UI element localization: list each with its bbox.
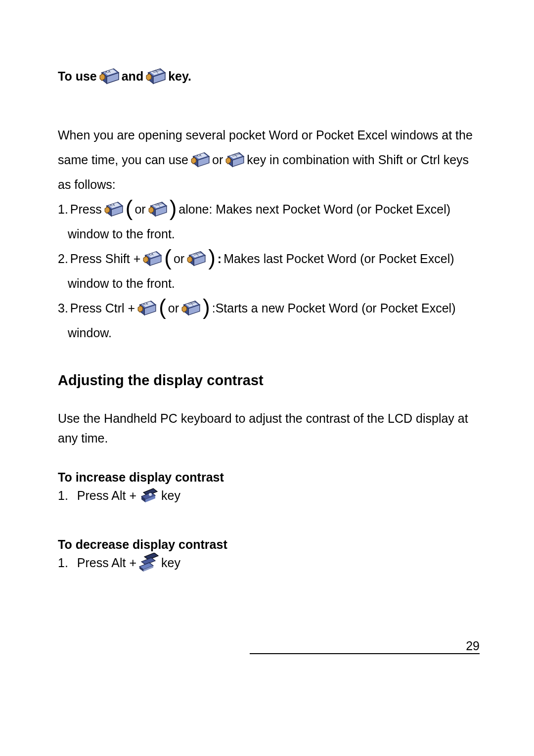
intro-line2b: or xyxy=(212,147,223,172)
page-number: 29 xyxy=(59,639,480,653)
item3-post: :Starts a new Pocket Word (or Pocket Exc… xyxy=(212,296,456,320)
heading-mid: and xyxy=(122,67,143,86)
item2-or: or xyxy=(174,246,184,271)
heading-use-keys: To use and key. xyxy=(58,67,480,86)
item1-pre: Press xyxy=(70,197,102,222)
paren-close: ) xyxy=(203,299,210,315)
intro-line2: same time, you can use or key in combina… xyxy=(58,147,480,172)
item2-num: 2. xyxy=(58,246,68,271)
increase-post: key xyxy=(161,486,180,505)
item1-num: 1. xyxy=(58,197,68,222)
contrast-heading: Adjusting the display contrast xyxy=(58,372,480,389)
excel-key-icon xyxy=(186,251,206,267)
paren-open: ( xyxy=(126,200,133,216)
item2-post: Makes last Pocket Word (or Pocket Excel) xyxy=(223,246,454,271)
decrease-step: 1. Press Alt + key xyxy=(72,553,480,573)
list-item-1: 1. Press ( or ) alone: Makes next Pocket… xyxy=(58,197,480,246)
decrease-title: To decrease display contrast xyxy=(58,537,480,552)
word-key-icon xyxy=(142,251,162,267)
paren-open: ( xyxy=(159,299,166,315)
word-key-icon xyxy=(99,68,120,85)
intro-line3: as follows: xyxy=(58,172,480,197)
page-footer: 29 xyxy=(59,653,480,657)
item3-num: 3. xyxy=(58,296,68,320)
intro-line2a: same time, you can use xyxy=(58,147,188,172)
item2-bold-colon: : xyxy=(218,246,222,271)
paren-close: ) xyxy=(170,200,177,216)
contrast-up-icon xyxy=(138,486,159,505)
contrast-down-icon xyxy=(138,553,159,573)
list-item-2: 2. Press Shift + ( or ) : Makes last Poc… xyxy=(58,246,480,296)
item1-cont: window to the front. xyxy=(68,222,480,246)
decrease-post: key xyxy=(161,553,180,573)
list-item-3: 3. Press Ctrl + ( or ) :Starts a new Poc… xyxy=(58,296,480,345)
word-key-icon xyxy=(190,152,210,168)
item3-pre: Press Ctrl + xyxy=(70,296,135,320)
item2-cont: window to the front. xyxy=(68,271,480,296)
item3-or: or xyxy=(168,296,179,320)
word-key-icon xyxy=(137,300,157,316)
excel-key-icon xyxy=(225,152,245,168)
paren-open: ( xyxy=(164,250,172,266)
item2-pre: Press Shift + xyxy=(70,246,140,271)
word-key-icon xyxy=(104,201,124,217)
increase-pre: Press Alt + xyxy=(77,486,136,505)
decrease-pre: Press Alt + xyxy=(77,553,136,573)
paren-close: ) xyxy=(208,250,216,266)
heading-post: key. xyxy=(168,67,191,86)
item3-cont: window. xyxy=(68,320,480,345)
excel-key-icon xyxy=(148,201,168,217)
page: To use and key. When you are opening sev… xyxy=(0,0,534,756)
item1-post: alone: Makes next Pocket Word (or Pocket… xyxy=(178,197,450,222)
increase-num: 1. xyxy=(58,486,68,505)
intro-paragraph: When you are opening several pocket Word… xyxy=(58,123,480,197)
intro-line1: When you are opening several pocket Word… xyxy=(58,123,480,147)
increase-step: 1. Press Alt + key xyxy=(72,486,480,505)
intro-line2c: key in combination with Shift or Ctrl ke… xyxy=(247,147,469,172)
footer-rule xyxy=(250,653,480,654)
decrease-num: 1. xyxy=(58,553,68,573)
item1-or: or xyxy=(134,197,145,222)
heading-pre: To use xyxy=(58,67,97,86)
excel-key-icon xyxy=(181,300,201,316)
excel-key-icon xyxy=(145,68,166,85)
contrast-desc: Use the Handheld PC keyboard to adjust t… xyxy=(58,408,480,448)
increase-title: To increase display contrast xyxy=(58,470,480,485)
